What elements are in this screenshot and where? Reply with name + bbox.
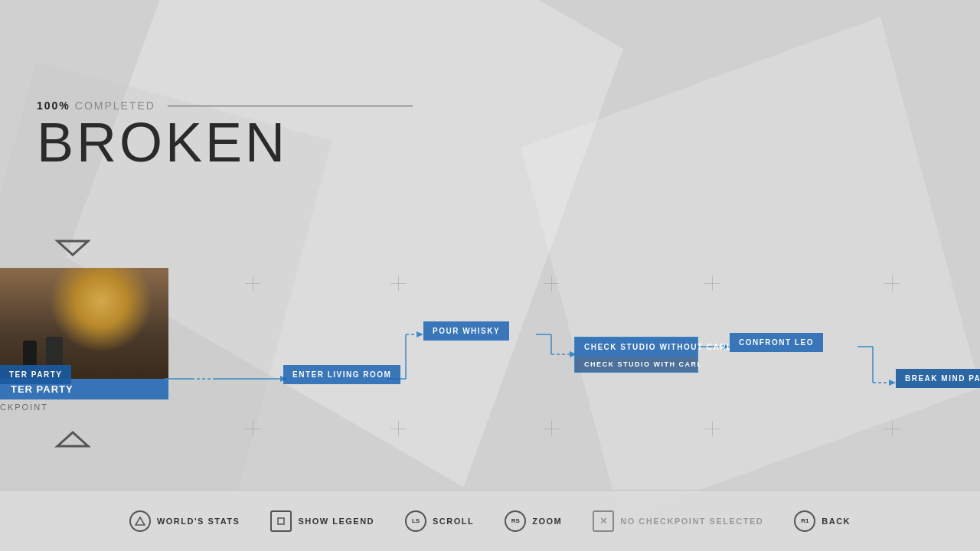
square-icon — [270, 510, 292, 532]
svg-marker-22 — [889, 380, 896, 386]
zoom-button[interactable]: RS ZOOM — [505, 510, 562, 532]
node-check-studio-with-carl-label: CHECK STUDIO WITH CARL — [584, 360, 703, 368]
node-check-studio-with-carl[interactable]: CHECK STUDIO WITH CARL — [575, 357, 697, 372]
x-icon: ✕ — [593, 510, 614, 532]
svg-rect-24 — [278, 518, 284, 524]
node-ter-party[interactable]: TER PARTY — [0, 365, 71, 384]
node-pour-whisky-label: POUR WHISKY — [433, 327, 500, 335]
no-checkpoint-label: NO CHECKPOINT SELECTED — [620, 517, 763, 526]
node-pour-whisky[interactable]: POUR WHISKY — [423, 321, 509, 341]
node-break-mind-palace-label: BREAK MIND PALA... — [905, 374, 980, 383]
rs-icon: RS — [505, 510, 526, 532]
completion-percent: 100% — [37, 99, 70, 112]
node-enter-living-room[interactable]: ENTER LIVING ROOM — [283, 365, 400, 384]
svg-marker-0 — [57, 241, 88, 255]
crosshair — [544, 276, 559, 291]
node-break-mind-palace[interactable]: BREAK MIND PALA... — [896, 369, 980, 388]
node-check-studio-without-carl[interactable]: CHECK STUDIO WITHOUT CARL — [575, 337, 697, 357]
triangle-icon — [129, 510, 151, 532]
back-label: BACK — [822, 517, 851, 526]
node-ter-party-label: TER PARTY — [9, 370, 62, 379]
completion-divider — [168, 106, 413, 106]
flowchart: TER PARTY ENTER LIVING ROOM POUR WHISKY … — [0, 306, 980, 459]
svg-marker-23 — [136, 517, 145, 525]
r1-icon: R1 — [794, 510, 815, 532]
crosshair — [704, 276, 720, 291]
svg-marker-10 — [416, 331, 423, 337]
no-checkpoint-button: ✕ NO CHECKPOINT SELECTED — [593, 510, 763, 532]
completion-line: 100% COMPLETED — [37, 99, 413, 112]
ls-icon: LS — [405, 510, 426, 532]
node-confront-leo-label: CONFRONT LEO — [739, 338, 814, 347]
node-check-studio-without-carl-label: CHECK STUDIO WITHOUT CARL — [584, 343, 733, 351]
show-legend-button[interactable]: SHOW LEGEND — [270, 510, 374, 532]
worlds-stats-button[interactable]: WORLD'S STATS — [129, 510, 240, 532]
mission-title: BROKEN — [37, 115, 413, 170]
scroll-label: SCROLL — [433, 517, 474, 526]
header: 100% COMPLETED BROKEN — [37, 99, 413, 170]
back-button[interactable]: R1 BACK — [794, 510, 851, 532]
worlds-stats-label: WORLD'S STATS — [157, 517, 240, 526]
node-check-studio-group: CHECK STUDIO WITHOUT CARL CHECK STUDIO W… — [574, 337, 698, 373]
show-legend-label: SHOW LEGEND — [298, 517, 374, 526]
crosshair — [884, 276, 900, 291]
completion-label-text: COMPLETED — [75, 99, 155, 112]
node-confront-leo[interactable]: CONFRONT LEO — [730, 333, 823, 352]
zoom-label: ZOOM — [532, 517, 562, 526]
crosshair — [245, 276, 260, 291]
bottom-bar: WORLD'S STATS SHOW LEGEND LS SCROLL RS Z… — [0, 490, 980, 551]
node-enter-living-room-label: ENTER LIVING ROOM — [292, 370, 391, 379]
crosshair — [390, 276, 406, 291]
scroll-arrow-down-indicator — [54, 237, 92, 264]
scroll-button[interactable]: LS SCROLL — [405, 510, 474, 532]
